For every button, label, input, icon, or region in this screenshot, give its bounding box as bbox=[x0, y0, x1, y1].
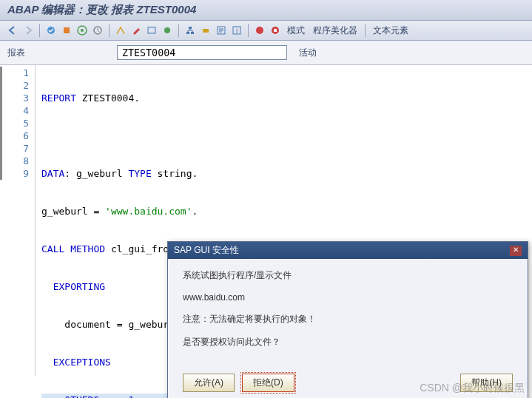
toolbar: i 模式 程序美化器 文本元素 bbox=[0, 21, 532, 41]
window-title: ABAP 编辑器：更改 报表 ZTEST0004 bbox=[7, 3, 196, 16]
field-row: 报表 活动 bbox=[0, 41, 532, 65]
hierarchy-icon[interactable] bbox=[183, 24, 197, 37]
svg-text:i: i bbox=[236, 27, 238, 35]
svg-rect-8 bbox=[186, 32, 189, 34]
dialog-title: SAP GUI 安全性 bbox=[174, 244, 239, 257]
status-label: 活动 bbox=[299, 47, 317, 59]
dialog-body: 系统试图执行程序/显示文件 www.baidu.com 注意：无法确定将要执行的… bbox=[168, 259, 528, 366]
edit-icon[interactable] bbox=[129, 24, 143, 37]
back-icon[interactable] bbox=[6, 24, 19, 37]
title-bar: ABAP 编辑器：更改 报表 ZTEST0004 bbox=[0, 0, 532, 21]
beautify-button[interactable]: 程序美化器 bbox=[310, 24, 360, 37]
separator bbox=[365, 24, 366, 37]
help-icon[interactable]: i bbox=[230, 24, 243, 37]
report-label: 报表 bbox=[7, 47, 111, 59]
svg-rect-5 bbox=[148, 27, 155, 33]
forward-icon[interactable] bbox=[21, 24, 35, 37]
report-input[interactable] bbox=[117, 45, 287, 60]
close-icon[interactable]: ✕ bbox=[510, 246, 522, 256]
allow-button[interactable]: 允许(A) bbox=[183, 374, 235, 392]
svg-point-6 bbox=[164, 27, 170, 33]
pretty-print-icon[interactable] bbox=[215, 24, 228, 37]
svg-point-3 bbox=[81, 29, 84, 32]
dialog-line2: www.baidu.com bbox=[183, 292, 513, 303]
dialog-line3: 注意：无法确定将要执行的对象！ bbox=[183, 313, 513, 326]
svg-rect-1 bbox=[64, 27, 70, 33]
dialog-titlebar: SAP GUI 安全性 ✕ bbox=[168, 242, 528, 259]
enhance-icon[interactable] bbox=[161, 24, 174, 37]
separator bbox=[39, 24, 40, 37]
watermark: CSDN @我小时候很黑 bbox=[420, 382, 525, 395]
svg-rect-9 bbox=[191, 32, 194, 34]
svg-rect-10 bbox=[203, 29, 209, 33]
security-dialog: SAP GUI 安全性 ✕ 系统试图执行程序/显示文件 www.baidu.co… bbox=[167, 241, 528, 398]
activate-icon[interactable] bbox=[60, 24, 73, 37]
where-used-icon[interactable] bbox=[91, 24, 104, 37]
svg-point-14 bbox=[256, 27, 263, 34]
separator bbox=[178, 24, 179, 37]
deny-button[interactable]: 拒绝(D) bbox=[242, 374, 294, 392]
dialog-line4: 是否要授权访问此文件？ bbox=[183, 336, 513, 348]
execute-icon[interactable] bbox=[75, 24, 89, 37]
text-elements-button[interactable]: 文本元素 bbox=[370, 24, 411, 37]
breakpoint-icon[interactable] bbox=[199, 24, 212, 37]
separator bbox=[109, 24, 110, 37]
line-gutter: 123456789 bbox=[0, 65, 36, 376]
pattern-icon[interactable] bbox=[269, 24, 282, 37]
stop-icon[interactable] bbox=[253, 24, 266, 37]
mode-button[interactable]: 模式 bbox=[284, 24, 308, 37]
check-icon[interactable] bbox=[44, 24, 58, 37]
dialog-line1: 系统试图执行程序/显示文件 bbox=[183, 269, 513, 282]
svg-rect-7 bbox=[189, 27, 192, 29]
other-object-icon[interactable] bbox=[145, 24, 158, 37]
display-icon[interactable] bbox=[114, 24, 127, 37]
svg-rect-16 bbox=[274, 29, 277, 32]
separator bbox=[248, 24, 249, 37]
